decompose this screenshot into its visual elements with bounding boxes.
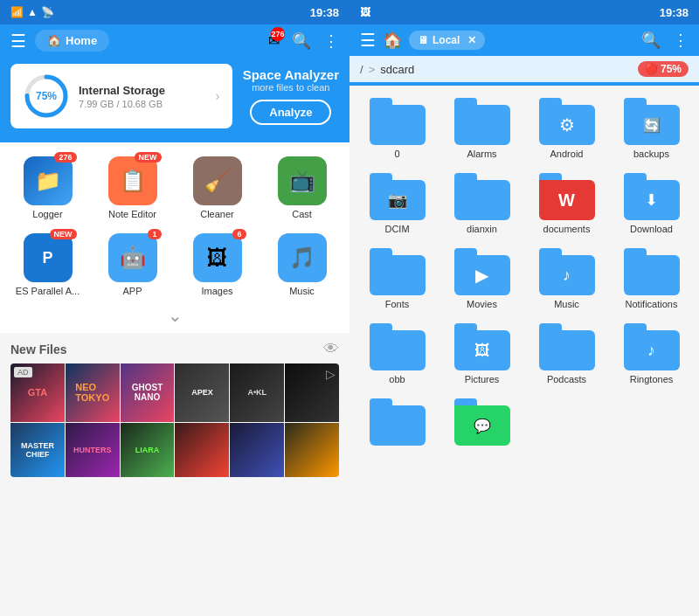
folder-notifications-label: Notifications (626, 299, 678, 309)
right-status-bar: 🖼 19:38 (350, 0, 699, 24)
folder-android[interactable]: ⚙ Android (526, 93, 607, 164)
folder-dianxin[interactable]: dianxin (441, 168, 523, 239)
esparallel-label: ES Parallel A... (16, 286, 80, 296)
storage-usage: 7.99 GB / 10.68 GB (79, 99, 206, 109)
right-home-icon[interactable]: 🏠 (383, 31, 402, 50)
folder-obb[interactable]: obb (356, 318, 438, 390)
more-options-icon[interactable]: ⋮ (323, 31, 339, 51)
folder-ringtones-icon: ♪ (624, 323, 680, 370)
show-more-button[interactable]: ⌄ (7, 301, 343, 329)
folder-whatsapp[interactable]: 💬 (441, 393, 523, 454)
app-item-app[interactable]: 1 🤖 APP (92, 228, 173, 301)
folder-music[interactable]: ♪ Music (526, 243, 607, 315)
right-search-icon[interactable]: 🔍 (641, 31, 661, 50)
folder-fonts[interactable]: Fonts (356, 243, 438, 315)
folder-podcasts-label: Podcasts (547, 374, 586, 384)
folder-movies[interactable]: ▶ Movies (441, 243, 523, 315)
folder-alarms[interactable]: Alarms (441, 93, 523, 164)
app-item-cleaner[interactable]: 🧹 Cleaner (176, 151, 258, 225)
app-item-esparallel[interactable]: NEW P ES Parallel A... (7, 228, 88, 301)
app-item-logger[interactable]: 276 📁 Logger (7, 151, 88, 225)
storage-percent: 75% (36, 90, 57, 102)
folder-download[interactable]: ⬇ Download (611, 168, 692, 239)
folder-whatsapp-icon: 💬 (454, 398, 510, 446)
left-status-bar: 📶 ▲ 📡 19:38 (0, 0, 350, 24)
app-item-images[interactable]: 6 🖼 Images (176, 228, 258, 301)
new-files-view-icon[interactable]: 👁 (323, 340, 339, 358)
storage-info: Internal Storage 7.99 GB / 10.68 GB (79, 84, 206, 109)
ad-grid: GTA NEOTOKYO GHOSTNANO APEX A•KL MASTERC… (10, 363, 339, 477)
ad-thumb-12 (285, 423, 339, 478)
app-item-cast[interactable]: 📺 Cast (261, 151, 343, 225)
storage-arrow-icon: › (215, 88, 219, 104)
home-label: Home (66, 34, 97, 47)
folder-music-label: Music (554, 299, 579, 309)
folder-podcasts-icon (539, 323, 595, 370)
folder-0[interactable]: 0 (356, 93, 438, 164)
ad-close-button[interactable]: ▷ (326, 367, 336, 381)
folder-pictures-label: Pictures (465, 374, 500, 384)
folder-notifications[interactable]: Notifications (611, 243, 692, 315)
cleaner-icon: 🧹 (193, 156, 242, 205)
breadcrumb-arrow: > (369, 63, 376, 76)
folder-dcim-label: DCIM (384, 224, 409, 234)
cleaner-label: Cleaner (200, 209, 234, 219)
folder-pictures[interactable]: 🖼 Pictures (441, 318, 523, 390)
storage-card[interactable]: 75% Internal Storage 7.99 GB / 10.68 GB … (10, 64, 232, 128)
ad-thumb-4: APEX (175, 363, 229, 422)
search-icon[interactable]: 🔍 (292, 31, 311, 51)
badge-logger: 276 (54, 152, 76, 163)
storage-circle: 75% (23, 73, 70, 120)
left-hamburger-icon[interactable]: ☰ (10, 31, 26, 52)
storage-usage-badge: 🔴 75% (638, 61, 689, 77)
badge-noteeditor: NEW (135, 152, 162, 163)
folder-pictures-icon: 🖼 (454, 323, 510, 370)
badge-esparallel: NEW (50, 229, 77, 239)
message-icon-wrap[interactable]: ✉ 276 (268, 32, 280, 49)
folder-documents[interactable]: W documents (526, 168, 607, 239)
ad-thumb-7: MASTERCHIEF (10, 423, 65, 478)
analyze-button[interactable]: Analyze (250, 100, 331, 125)
local-tab[interactable]: 🖥 Local ✕ (409, 31, 485, 50)
app-item-noteeditor[interactable]: NEW 📋 Note Editor (92, 151, 173, 225)
folder-extra1-icon (370, 398, 426, 446)
home-button[interactable]: 🏠 Home (35, 30, 109, 52)
folder-ringtones-label: Ringtones (630, 374, 674, 384)
ad-thumb-9: LIARA (121, 423, 175, 478)
folder-android-label: Android (550, 149, 584, 159)
cast-label: Cast (292, 209, 312, 219)
esparallel-icon: NEW P (24, 233, 73, 282)
folder-backups[interactable]: 🔄 backups (611, 93, 692, 164)
cast-icon: 📺 (278, 156, 327, 205)
breadcrumb-slash[interactable]: / (360, 63, 363, 76)
home-icon: 🏠 (47, 34, 61, 47)
message-badge: 276 (271, 27, 285, 41)
right-hamburger-icon[interactable]: ☰ (360, 30, 376, 51)
signal-icon: 📡 (41, 6, 54, 18)
images-icon: 6 🖼 (193, 233, 242, 282)
folder-fonts-label: Fonts (385, 299, 410, 309)
right-header: ☰ 🏠 🖥 Local ✕ 🔍 ⋮ / > sdcard 🔴 75% (350, 24, 699, 86)
analyzer-subtitle: more files to clean (252, 82, 329, 93)
breadcrumb-path[interactable]: sdcard (380, 63, 414, 76)
left-nav-icons: ✉ 276 🔍 ⋮ (268, 31, 339, 51)
folder-ringtones[interactable]: ♪ Ringtones (611, 318, 692, 390)
ad-thumb-8: HUNTERS (66, 423, 120, 478)
folder-dcim[interactable]: 📷 DCIM (356, 168, 438, 239)
folder-android-icon: ⚙ (539, 98, 595, 145)
folder-obb-label: obb (389, 374, 405, 384)
folder-documents-icon: W (539, 173, 595, 220)
folder-download-label: Download (630, 224, 673, 234)
storage-title: Internal Storage (79, 84, 206, 97)
music-label: Music (289, 286, 315, 296)
ad-label: AD (14, 367, 32, 377)
app-item-music[interactable]: 🎵 Music (261, 228, 343, 301)
folder-dianxin-icon (454, 173, 510, 220)
right-more-options-icon[interactable]: ⋮ (673, 31, 689, 50)
local-tab-close[interactable]: ✕ (467, 34, 476, 46)
folder-podcasts[interactable]: Podcasts (526, 318, 607, 390)
app-label: APP (122, 286, 142, 296)
new-files-header: New Files 👁 (10, 340, 339, 358)
folder-extra1[interactable] (356, 393, 438, 454)
right-time: 19:38 (660, 6, 689, 19)
